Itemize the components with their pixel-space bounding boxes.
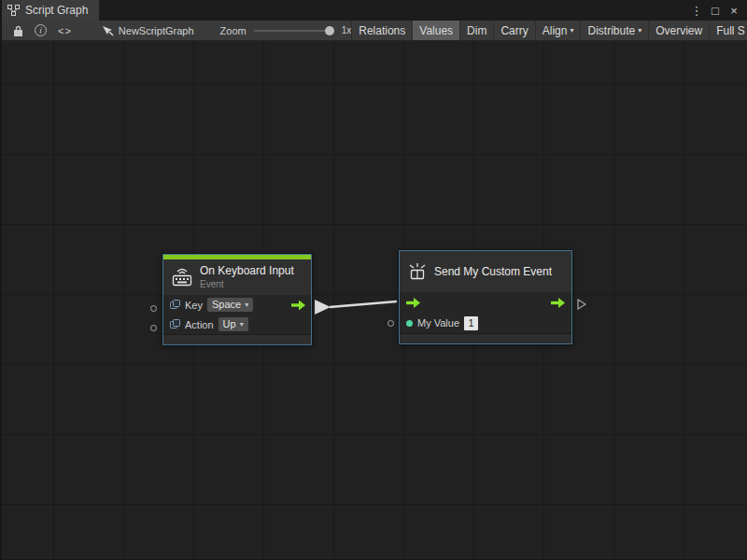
titlebar-spacer — [100, 0, 684, 21]
wires-layer — [2, 41, 747, 559]
overview-button[interactable]: Overview — [648, 21, 709, 40]
zoom-slider[interactable] — [254, 25, 334, 36]
action-dropdown[interactable]: Up ▾ — [218, 317, 248, 331]
caret-down-icon: ▾ — [245, 301, 248, 309]
value-type-dot — [406, 320, 413, 327]
node-title: Send My Custom Event — [434, 265, 552, 279]
lock-icon[interactable] — [7, 21, 29, 40]
flow-output-port[interactable] — [551, 298, 565, 308]
distribute-button[interactable]: Distribute ▾ — [580, 21, 648, 40]
custom-event-icon — [407, 262, 428, 281]
key-label: Key — [185, 300, 203, 311]
carry-button[interactable]: Carry — [493, 21, 534, 40]
node-footer — [400, 333, 571, 343]
zoom-value: 1x — [342, 25, 352, 35]
node-header: Send My Custom Event — [400, 251, 571, 292]
close-icon[interactable]: × — [726, 3, 741, 18]
code-view-icon[interactable]: <> — [52, 21, 78, 40]
my-value-label: My Value — [417, 317, 459, 329]
action-port-row: Action Up ▾ — [163, 315, 311, 334]
my-value-input[interactable]: 1 — [464, 316, 478, 330]
toolbar-buttons: Relations Values Dim Carry Align ▾ Distr… — [351, 21, 747, 40]
node-footer — [163, 334, 311, 344]
node-titles: On Keyboard Input Event — [200, 264, 294, 290]
window-controls: ⋮ □ × — [684, 0, 747, 21]
title-bar: Script Graph ⋮ □ × — [2, 0, 747, 21]
script-graph-window: Script Graph ⋮ □ × i <> NewScriptGra — [0, 0, 747, 560]
node-header: On Keyboard Input Event — [163, 259, 311, 295]
node-on-keyboard-input[interactable]: On Keyboard Input Event Key Space ▾ — [162, 254, 312, 345]
action-input-port[interactable] — [150, 325, 157, 331]
keyboard-icon — [171, 268, 193, 287]
graph-toolbar: i <> NewScriptGraph Zoom 1x Relations — [2, 21, 747, 41]
fullscreen-button[interactable]: Full S — [709, 21, 747, 40]
caret-down-icon: ▾ — [570, 26, 573, 35]
graph-reference[interactable]: NewScriptGraph — [102, 25, 194, 36]
node-subtitle: Event — [200, 278, 294, 290]
flow-continuation-port[interactable] — [577, 297, 586, 314]
zoom-slider-track[interactable] — [254, 30, 334, 32]
flow-port-row — [400, 292, 571, 313]
key-port-row: Key Space ▾ — [163, 295, 311, 315]
tab-script-graph[interactable]: Script Graph — [2, 0, 100, 21]
graph-pointer-icon — [102, 25, 114, 36]
zoom-control: Zoom 1x — [220, 25, 352, 36]
caret-down-icon: ▾ — [240, 320, 244, 329]
flow-input-port[interactable] — [406, 298, 420, 308]
enum-icon — [170, 300, 180, 310]
enum-icon — [170, 319, 180, 329]
node-body: My Value 1 — [400, 292, 571, 333]
caret-down-icon: ▾ — [638, 26, 641, 35]
values-button[interactable]: Values — [412, 21, 459, 40]
kebab-menu-icon[interactable]: ⋮ — [689, 3, 704, 18]
connection-wire[interactable] — [315, 300, 397, 315]
dim-button[interactable]: Dim — [459, 21, 493, 40]
key-dropdown[interactable]: Space ▾ — [207, 298, 253, 312]
my-value-input-port[interactable] — [388, 320, 394, 327]
maximize-icon[interactable]: □ — [708, 3, 723, 18]
script-graph-icon — [7, 5, 20, 16]
info-icon[interactable]: i — [29, 21, 52, 40]
key-input-port[interactable] — [150, 305, 157, 312]
align-button[interactable]: Align ▾ — [535, 21, 581, 40]
node-send-my-custom-event[interactable]: Send My Custom Event — [399, 250, 572, 344]
action-label: Action — [185, 319, 214, 330]
node-body: Key Space ▾ — [163, 295, 311, 334]
graph-canvas[interactable]: On Keyboard Input Event Key Space ▾ — [2, 41, 747, 559]
zoom-label: Zoom — [220, 25, 247, 36]
tab-title: Script Graph — [25, 4, 88, 17]
my-value-port-row: My Value 1 — [400, 313, 571, 333]
relations-button[interactable]: Relations — [351, 21, 412, 40]
zoom-slider-handle[interactable] — [325, 26, 334, 35]
flow-output-port[interactable] — [291, 300, 305, 310]
graph-name: NewScriptGraph — [119, 25, 194, 36]
node-title: On Keyboard Input — [200, 264, 294, 278]
